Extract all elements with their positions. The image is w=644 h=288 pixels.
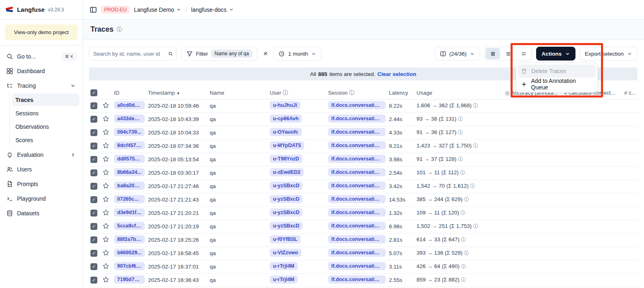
session-badge[interactable]: lf.docs.conversation... [328, 182, 386, 190]
session-badge[interactable]: lf.docs.conversation... [328, 235, 386, 243]
session-badge[interactable]: lf.docs.conversation... [328, 168, 386, 176]
info-icon[interactable]: ⓘ [464, 197, 469, 202]
trace-id-badge[interactable]: a0cd0d9... [114, 101, 145, 109]
info-icon[interactable]: ⓘ [473, 103, 478, 108]
info-icon[interactable]: ⓘ [473, 143, 478, 149]
clear-selection-link[interactable]: Clear selection [377, 71, 416, 77]
session-badge[interactable]: lf.docs.conversation... [328, 155, 386, 163]
table-row[interactable]: ✓a433de51...2025-02-18 10:43:39qau-cp66A… [89, 113, 638, 126]
sidebar-item-scores[interactable]: Scores [12, 134, 79, 146]
user-badge[interactable]: u-rTrjl4M [270, 262, 298, 270]
trace-id-badge[interactable]: 88f2a7b0... [114, 235, 145, 243]
header-id[interactable]: ID [112, 87, 146, 99]
header-user[interactable]: User ⓘ [268, 87, 326, 99]
table-row[interactable]: ✓dd05753...2025-02-18 05:13:54qau-T98Ynz… [89, 153, 638, 166]
trace-id-badge[interactable]: a433de51... [114, 115, 145, 123]
info-icon[interactable]: ⓘ [461, 264, 466, 269]
trace-id-badge[interactable]: 07265c7a... [114, 195, 145, 203]
demo-project-link[interactable]: demo project [38, 29, 69, 35]
row-height-medium-button[interactable] [501, 48, 515, 59]
header-name[interactable]: Name [208, 87, 268, 99]
trace-id-badge[interactable]: 8b66a34... [114, 168, 145, 176]
menu-item-add-to-annotation-queue[interactable]: Add to Annotation Queue [518, 78, 596, 91]
info-icon[interactable]: ⓘ [460, 170, 465, 175]
actions-button[interactable]: Actions [536, 47, 575, 61]
session-badge[interactable]: lf.docs.conversation... [328, 262, 386, 270]
row-checkbox[interactable]: ✓ [90, 277, 97, 284]
star-icon[interactable] [103, 142, 109, 149]
info-icon[interactable]: ⓘ [461, 277, 466, 283]
trace-id-badge[interactable]: d3e9d1f2... [114, 208, 145, 217]
table-row[interactable]: ✓907cbf6e...2025-02-17 16:37:01qau-rTrjl… [89, 260, 638, 273]
star-icon[interactable] [103, 223, 109, 229]
trace-id-badge[interactable]: 907cbf6e... [114, 262, 145, 270]
star-icon[interactable] [103, 196, 109, 202]
user-badge[interactable]: u-yzSBxcD [270, 208, 303, 217]
row-checkbox[interactable]: ✓ [90, 169, 97, 176]
table-row[interactable]: ✓7195d78e...2025-02-17 16:36:43qau-rTrjl… [89, 273, 638, 287]
user-badge[interactable]: u-yzSBxcD [270, 182, 303, 190]
trace-id-badge[interactable]: 8dcf4574... [114, 141, 145, 149]
row-checkbox[interactable]: ✓ [90, 102, 97, 109]
export-selection-button[interactable]: Export selection [580, 47, 638, 61]
user-badge[interactable]: u-MYpDAT5 [270, 141, 304, 149]
table-row[interactable]: ✓084c739...2025-02-18 10:04:33qau-OYauof… [89, 126, 638, 139]
user-badge[interactable]: u-huJhuJi [270, 101, 301, 109]
org-breadcrumb[interactable]: Langfuse Demo [134, 6, 181, 13]
table-row[interactable]: ✓b669529...2025-02-17 16:58:45qau-VIZzvw… [89, 247, 638, 260]
trace-id-badge[interactable]: dd05753... [114, 155, 145, 163]
row-checkbox[interactable]: ✓ [90, 129, 97, 136]
table-row[interactable]: ✓07265c7a...2025-02-17 21:21:43qau-yzSBx… [89, 193, 638, 206]
user-badge[interactable]: u-rTrjl4M [270, 275, 298, 284]
sidebar-item-datasets[interactable]: Datasets [3, 206, 79, 220]
info-icon[interactable]: ⓘ [458, 130, 463, 135]
table-row[interactable]: ✓5cca9cf2...2025-02-17 21:20:19qau-yzSBx… [89, 220, 638, 233]
row-checkbox[interactable]: ✓ [90, 250, 97, 257]
table-row[interactable]: ✓8dcf4574...2025-02-18 07:34:36qau-MYpDA… [89, 139, 638, 153]
row-checkbox[interactable]: ✓ [90, 143, 97, 149]
row-checkbox[interactable]: ✓ [90, 263, 97, 270]
row-checkbox[interactable]: ✓ [90, 156, 97, 163]
user-badge[interactable]: u-OYauofc [270, 128, 302, 136]
star-icon[interactable] [103, 236, 109, 243]
user-badge[interactable]: u-yzSBxcD [270, 195, 303, 203]
row-height-compact-button[interactable] [485, 48, 500, 59]
sidebar-item-evaluation[interactable]: Evaluation [3, 148, 79, 162]
row-checkbox[interactable]: ✓ [90, 116, 97, 123]
user-badge[interactable]: u-cp66Avh [270, 115, 302, 123]
sidebar-item-observations[interactable]: Observations [12, 120, 79, 133]
user-badge[interactable]: u-zEwdED2 [270, 168, 304, 176]
user-badge[interactable]: u-yzSBxcD [270, 222, 303, 230]
session-badge[interactable]: lf.docs.conversation... [328, 195, 386, 203]
sidebar-item-traces[interactable]: Traces [12, 93, 79, 106]
header-overflow[interactable]: # c... [623, 87, 638, 99]
row-checkbox[interactable]: ✓ [90, 183, 97, 190]
columns-button[interactable]: (24/36) [435, 47, 481, 61]
info-icon[interactable]: ⓘ [458, 156, 463, 162]
sidebar-item-sessions[interactable]: Sessions [12, 107, 79, 119]
info-icon[interactable]: ⓘ [461, 237, 466, 243]
star-icon[interactable] [103, 115, 109, 122]
clear-filter-button[interactable]: ✕ [262, 50, 270, 57]
trace-id-badge[interactable]: 5cca9cf2... [114, 222, 145, 230]
project-breadcrumb[interactable]: langfuse-docs [191, 6, 234, 13]
row-checkbox[interactable]: ✓ [90, 210, 97, 217]
trace-id-badge[interactable]: 7195d78e... [114, 275, 145, 284]
session-badge[interactable]: lf.docs.conversation... [328, 249, 386, 257]
star-icon[interactable] [103, 129, 109, 135]
trace-id-badge[interactable]: b669529... [114, 249, 145, 257]
row-checkbox[interactable]: ✓ [90, 196, 97, 203]
search-input[interactable] [93, 51, 165, 57]
menu-item-delete-traces[interactable]: Delete Traces [518, 65, 596, 78]
select-all-checkbox[interactable]: ✓ [90, 89, 97, 96]
sidebar-item-playground[interactable]: Playground [3, 192, 79, 206]
info-icon[interactable]: ⓘ [458, 116, 463, 122]
sidebar-item-tracing[interactable]: Tracing [3, 79, 79, 93]
goto-search[interactable]: Go to... ⌘ K [3, 50, 79, 63]
sidebar-item-dashboard[interactable]: Dashboard [3, 64, 79, 78]
trace-id-badge[interactable]: ba8a208f... [114, 182, 145, 190]
table-row[interactable]: ✓d3e9d1f2...2025-02-17 21:20:21qau-yzSBx… [89, 206, 638, 220]
session-badge[interactable]: lf.docs.conversation... [328, 115, 386, 123]
sidebar-item-prompts[interactable]: Prompts [3, 177, 79, 191]
header-session[interactable]: Session ⓘ [326, 87, 387, 99]
